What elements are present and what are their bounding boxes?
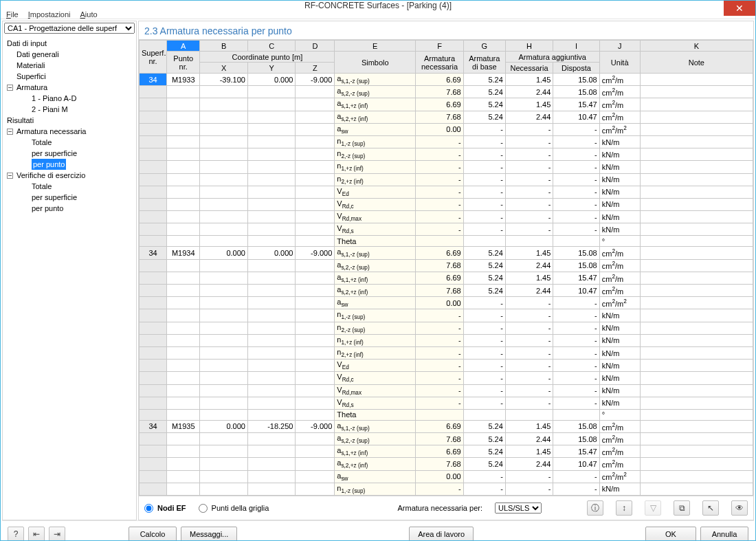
table-row[interactable]: 34M19340.0000.000-9.000as,1,-z (sup)6.69… <box>140 247 753 259</box>
cancel-button[interactable]: Annulla <box>700 527 748 541</box>
tree-serviceability[interactable]: Verifiche di esercizio <box>4 170 135 181</box>
col-point[interactable]: Puntonr. <box>167 52 200 74</box>
table-row[interactable]: 34M19350.000-18.250-9.000as,1,-z (sup)6.… <box>140 420 753 432</box>
table-row[interactable]: as,1,+z (inf)6.695.241.4515.47cm2/m <box>140 98 753 111</box>
tree-s-by-point[interactable]: per punto <box>4 203 135 214</box>
table-row[interactable]: as,1,+z (inf)6.695.241.4515.47cm2/m <box>140 445 753 458</box>
tree-s-by-surface[interactable]: per superficie <box>4 192 135 203</box>
col-letter-J[interactable]: J <box>599 41 640 52</box>
result-grid[interactable]: Superf.nr. A B C D E F G H I J <box>139 40 753 496</box>
eye-icon[interactable]: 👁 <box>731 500 748 516</box>
table-row[interactable]: VRd,s----kN/m <box>140 223 753 236</box>
tree-general[interactable]: Dati generali <box>4 49 135 60</box>
col-letter-E[interactable]: E <box>335 41 416 52</box>
combo-label: Armatura necessaria per: <box>398 504 483 512</box>
table-row[interactable]: Theta° <box>140 409 753 420</box>
table-row[interactable]: asw0.00---cm2/m2 <box>140 123 753 135</box>
table-row[interactable]: VRd,max----kN/m <box>140 384 753 397</box>
table-row[interactable]: asw0.00---cm2/m2 <box>140 297 753 309</box>
next-module-icon[interactable]: ⇥ <box>49 527 65 541</box>
table-row[interactable]: n1,-z (sup)----kN/m <box>140 483 753 495</box>
tree-reinf-1[interactable]: 1 - Piano A-D <box>4 93 135 104</box>
filter-icon[interactable]: ▽ <box>645 500 661 516</box>
combo-limitstates[interactable]: ULS/SLS <box>495 503 542 514</box>
table-row[interactable]: 34M1933-39.1000.000-9.000as,1,-z (sup)6.… <box>140 74 753 86</box>
radio-grid-points[interactable]: Punti della griglia <box>199 504 269 513</box>
table-row[interactable]: Theta° <box>140 236 753 247</box>
workspace-button[interactable]: Area di lavoro <box>409 527 474 541</box>
col-unit[interactable]: Unità <box>599 52 640 74</box>
table-row[interactable]: as,2,+z (inf)7.685.242.4410.47cm2/m <box>140 285 753 297</box>
table-row[interactable]: n1,-z (sup)----kN/m <box>140 309 753 322</box>
tree-reinforcement[interactable]: Armatura <box>4 82 135 93</box>
filter-sort-icon[interactable]: ↕ <box>616 500 632 516</box>
close-button[interactable]: ✕ <box>724 1 755 16</box>
table-row[interactable]: n2,+z (inf)----kN/m <box>140 173 753 186</box>
col-additional[interactable]: Armatura aggiuntiva <box>505 52 599 63</box>
col-y[interactable]: Y <box>247 63 296 74</box>
result-grid-wrap[interactable]: Superf.nr. A B C D E F G H I J <box>139 39 753 496</box>
tree-reinf-2[interactable]: 2 - Piani M <box>4 104 135 115</box>
menu-help[interactable]: Aiuto <box>80 10 98 19</box>
table-row[interactable]: n1,-z (sup)----kN/m <box>140 135 753 148</box>
tree-surfaces[interactable]: Superfici <box>4 71 135 82</box>
table-row[interactable]: as,2,+z (inf)7.685.242.4410.47cm2/m <box>140 111 753 123</box>
col-letter-K[interactable]: K <box>640 41 753 52</box>
table-row[interactable]: asw0.00---cm2/m2 <box>140 470 753 483</box>
table-row[interactable]: as,2,-z (sup)7.685.242.4415.08cm2/m <box>140 259 753 272</box>
col-note[interactable]: Note <box>640 52 753 74</box>
table-row[interactable]: VRd,c----kN/m <box>140 372 753 384</box>
col-x[interactable]: X <box>200 63 248 74</box>
col-letter-G[interactable]: G <box>463 41 505 52</box>
table-row[interactable]: n2,-z (sup)----kN/m <box>140 148 753 161</box>
view-settings-icon[interactable]: ⧉ <box>674 500 690 516</box>
col-required[interactable]: Armaturanecessaria <box>416 52 464 74</box>
table-row[interactable]: n2,-z (sup)----kN/m <box>140 322 753 334</box>
table-row[interactable]: VRd,s----kN/m <box>140 397 753 409</box>
table-row[interactable]: n1,+z (inf)----kN/m <box>140 161 753 173</box>
table-row[interactable]: VRd,c----kN/m <box>140 198 753 210</box>
tree-s-total[interactable]: Totale <box>4 181 135 192</box>
tree-results[interactable]: Risultati <box>4 115 135 126</box>
col-base[interactable]: Armaturadi base <box>463 52 505 74</box>
col-letter-C[interactable]: C <box>247 41 296 52</box>
col-z[interactable]: Z <box>296 63 335 74</box>
col-letter-I[interactable]: I <box>553 41 599 52</box>
table-row[interactable]: VEd----kN/m <box>140 360 753 372</box>
col-add-req[interactable]: Necessaria <box>505 63 553 74</box>
messages-button[interactable]: Messaggi... <box>181 527 237 541</box>
tree-materials[interactable]: Materiali <box>4 60 135 71</box>
col-letter-D[interactable]: D <box>296 41 335 52</box>
col-coord[interactable]: Coordinate punto [m] <box>200 52 335 63</box>
col-surf-nr[interactable]: Superf.nr. <box>140 41 167 74</box>
col-symbol[interactable]: Simbolo <box>335 52 416 74</box>
pick-icon[interactable]: ↖ <box>702 500 719 516</box>
radio-fe-nodes[interactable]: Nodi EF <box>144 504 186 513</box>
menu-settings[interactable]: Impostazioni <box>28 10 71 19</box>
table-row[interactable]: as,1,+z (inf)6.695.241.4515.47cm2/m <box>140 272 753 284</box>
tree-total[interactable]: Totale <box>4 137 135 148</box>
table-row[interactable]: n2,+z (inf)----kN/m <box>140 346 753 359</box>
info-icon[interactable]: ⓘ <box>587 500 603 516</box>
table-row[interactable]: as,2,-z (sup)7.685.242.4415.08cm2/m <box>140 433 753 445</box>
col-letter-F[interactable]: F <box>416 41 464 52</box>
col-letter-B[interactable]: B <box>200 41 248 52</box>
table-row[interactable]: as,2,+z (inf)7.685.242.4410.47cm2/m <box>140 458 753 470</box>
ok-button[interactable]: OK <box>645 527 696 541</box>
table-row[interactable]: VRd,max----kN/m <box>140 211 753 223</box>
prev-module-icon[interactable]: ⇤ <box>28 527 45 541</box>
help-icon[interactable]: ? <box>8 527 24 541</box>
tree-input-data[interactable]: Dati di input <box>4 38 135 49</box>
table-row[interactable]: as,2,-z (sup)7.685.242.4415.08cm2/m <box>140 86 753 98</box>
col-letter-A[interactable]: A <box>167 41 200 52</box>
calc-button[interactable]: Calcolo <box>129 527 177 541</box>
col-letter-H[interactable]: H <box>505 41 553 52</box>
tree-by-surface[interactable]: per superficie <box>4 148 135 159</box>
table-row[interactable]: n1,+z (inf)----kN/m <box>140 334 753 346</box>
menu-file[interactable]: File <box>6 10 19 19</box>
col-add-prov[interactable]: Disposta <box>553 63 599 74</box>
case-combobox[interactable]: CA1 - Progettazione delle superf <box>4 23 135 34</box>
tree-required-reinf[interactable]: Armatura necessaria <box>4 126 135 137</box>
table-row[interactable]: VEd----kN/m <box>140 186 753 198</box>
tree-by-point[interactable]: per punto <box>4 159 135 170</box>
